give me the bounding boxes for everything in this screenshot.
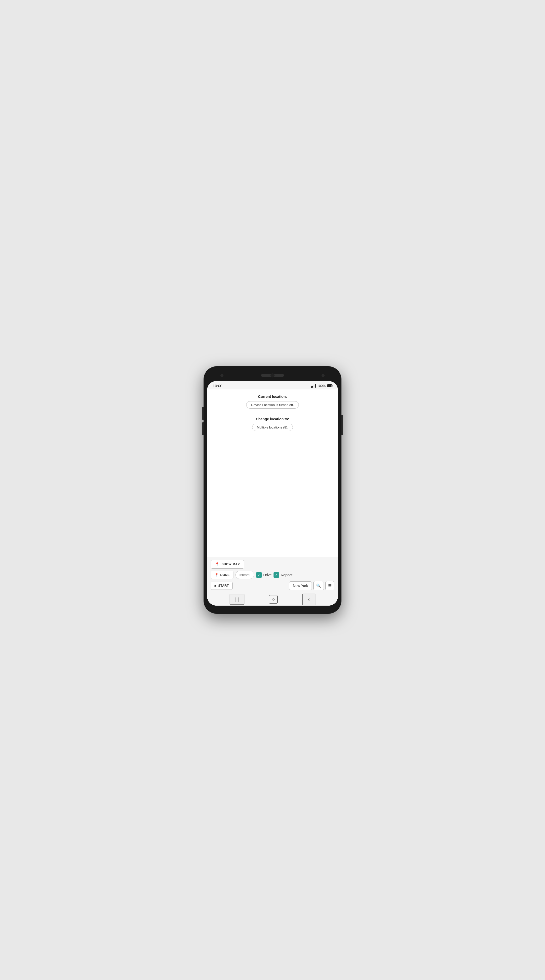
content-spacer (211, 431, 334, 555)
play-icon: ▶ (215, 584, 217, 587)
status-time: 10:00 (213, 383, 222, 388)
map-pin-icon: 📍 (215, 562, 220, 566)
repeat-checkbox-item: ✓ Repeat (274, 572, 292, 578)
battery-percent: 100% (317, 384, 326, 388)
drive-check-icon: ✓ (257, 573, 260, 577)
phone-screen: 10:00 100% Current location: (207, 381, 338, 606)
done-pin-icon: 📍 (215, 573, 219, 577)
toolbar-area: 📍 SHOW MAP 📍 DONE Interval (207, 557, 338, 593)
app-content: Current location: Device Location is tur… (207, 390, 338, 606)
battery-fill (327, 385, 331, 387)
show-map-row: 📍 SHOW MAP (211, 560, 334, 569)
volume-up-button[interactable] (202, 407, 204, 420)
done-label: DONE (220, 573, 230, 577)
toolbar-row-1: 📍 DONE Interval ✓ Drive ✓ (211, 571, 334, 579)
start-button[interactable]: ▶ START (211, 582, 233, 590)
phone-top-bar (207, 371, 338, 380)
phone-device: 10:00 100% Current location: (204, 366, 341, 614)
home-button[interactable]: ○ (269, 595, 277, 604)
wifi-icon (311, 384, 316, 388)
change-location-label: Change location to: (211, 417, 334, 421)
power-button[interactable] (341, 415, 343, 435)
location-group: New York 🔍 ☰ (289, 581, 334, 590)
drive-label: Drive (263, 573, 272, 577)
new-york-button[interactable]: New York (289, 581, 312, 590)
status-icons: 100% (311, 384, 332, 388)
front-camera-dot (271, 373, 274, 377)
nav-bar: ||| ○ ‹ (207, 593, 338, 606)
volume-down-button[interactable] (202, 422, 204, 435)
recents-button[interactable]: ||| (229, 594, 244, 605)
repeat-check-icon: ✓ (275, 573, 278, 577)
interval-button[interactable]: Interval (236, 571, 254, 579)
status-bar: 10:00 100% (207, 381, 338, 390)
camera-dot-left (220, 374, 223, 377)
repeat-label: Repeat (280, 573, 292, 577)
menu-button[interactable]: ☰ (325, 581, 334, 590)
current-location-value[interactable]: Device Location is turned off. (246, 401, 298, 409)
done-button[interactable]: 📍 DONE (211, 571, 233, 579)
back-button[interactable]: ‹ (303, 593, 316, 605)
drive-checkbox-item: ✓ Drive (256, 572, 272, 578)
hamburger-icon: ☰ (328, 584, 331, 588)
start-label: START (218, 584, 229, 587)
current-location-label: Current location: (211, 395, 334, 399)
search-button[interactable]: 🔍 (313, 581, 324, 590)
show-map-label: SHOW MAP (222, 563, 240, 566)
search-icon: 🔍 (316, 584, 321, 588)
interval-label: Interval (239, 573, 250, 577)
change-location-value[interactable]: Multiple locations (8). (252, 424, 293, 431)
camera-dot-right (322, 374, 325, 377)
toolbar-row-2: ▶ START New York 🔍 ☰ (211, 581, 334, 590)
drive-checkbox[interactable]: ✓ (256, 572, 262, 578)
show-map-button[interactable]: 📍 SHOW MAP (211, 560, 244, 569)
repeat-checkbox[interactable]: ✓ (274, 572, 279, 578)
content-body: Current location: Device Location is tur… (207, 390, 338, 557)
battery-icon (327, 384, 332, 387)
